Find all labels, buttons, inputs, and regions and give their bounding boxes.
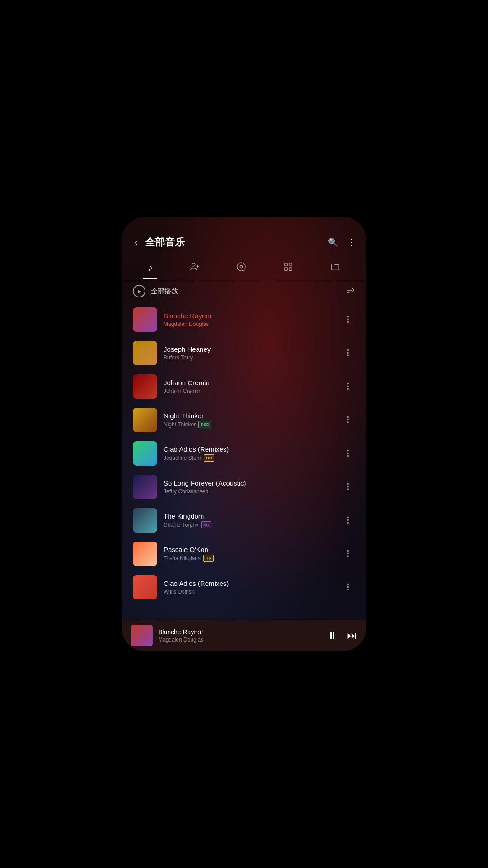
more-button[interactable]: ••• xyxy=(341,414,355,426)
list-item[interactable]: Johann Cremin Johann Cremin ••• xyxy=(122,370,366,403)
tab-artists[interactable] xyxy=(184,258,205,279)
header-icons: 🔍 ⋮ xyxy=(328,237,355,247)
song-thumbnail xyxy=(133,408,157,432)
song-title: Ciao Adios (Remixes) xyxy=(164,580,334,587)
song-artist-row: Willis Osinski xyxy=(164,589,334,595)
song-title: So Long Forever (Acoustic) xyxy=(164,479,334,487)
song-artist-row: Night Thinker DSD xyxy=(164,421,334,429)
song-title: Blanche Raynor xyxy=(164,312,334,320)
now-playing-info: Blanche Raynor Magdalen Douglas xyxy=(158,628,322,643)
song-artist: Willis Osinski xyxy=(164,589,196,595)
song-info: So Long Forever (Acoustic) Jeffry Christ… xyxy=(164,479,334,495)
song-title: Night Thinker xyxy=(164,412,334,420)
svg-point-1 xyxy=(237,263,245,271)
svg-rect-3 xyxy=(285,263,287,266)
tab-albums[interactable] xyxy=(231,258,252,279)
song-artist-row: Magdalen Douglas xyxy=(164,321,334,327)
song-artist-row: Charlie Torphy SQ xyxy=(164,521,334,529)
sort-icon[interactable] xyxy=(346,286,355,297)
song-artist-row: Jeffry Christiansen xyxy=(164,488,334,495)
playback-controls: ⏸ ⏭ xyxy=(327,629,357,642)
song-thumbnail xyxy=(133,341,157,365)
song-list: Blanche Raynor Magdalen Douglas ••• Jose… xyxy=(122,303,366,620)
song-title: Joseph Heaney xyxy=(164,345,334,353)
pause-button[interactable]: ⏸ xyxy=(327,629,338,642)
song-thumbnail xyxy=(133,508,157,533)
svg-rect-4 xyxy=(289,263,292,266)
song-thumbnail xyxy=(133,475,157,499)
phone-container: ‹ 全部音乐 🔍 ⋮ ♪ xyxy=(122,217,366,651)
svg-rect-6 xyxy=(289,268,292,270)
list-item[interactable]: Blanche Raynor Magdalen Douglas ••• xyxy=(122,303,366,336)
now-playing-artist: Magdalen Douglas xyxy=(158,637,322,643)
svg-point-2 xyxy=(240,265,243,268)
song-info: Blanche Raynor Magdalen Douglas xyxy=(164,312,334,327)
more-button[interactable]: ••• xyxy=(341,548,355,560)
more-icon[interactable]: ⋮ xyxy=(347,237,355,247)
now-playing-bar[interactable]: Blanche Raynor Magdalen Douglas ⏸ ⏭ xyxy=(122,620,366,651)
nav-tabs: ♪ xyxy=(122,255,366,279)
song-thumbnail xyxy=(133,374,157,399)
song-thumbnail xyxy=(133,307,157,332)
more-button[interactable]: ••• xyxy=(341,314,355,326)
list-item[interactable]: Ciao Adios (Remixes) Jaqueline Stehr HR … xyxy=(122,437,366,470)
song-thumbnail xyxy=(133,575,157,599)
play-all-button[interactable] xyxy=(133,285,145,297)
song-artist-row: Jaqueline Stehr HR xyxy=(164,454,334,462)
more-button[interactable]: ••• xyxy=(341,481,355,493)
now-playing-title: Blanche Raynor xyxy=(158,628,322,636)
more-button[interactable]: ••• xyxy=(341,448,355,459)
song-title: Ciao Adios (Remixes) xyxy=(164,445,334,453)
list-item[interactable]: So Long Forever (Acoustic) Jeffry Christ… xyxy=(122,470,366,504)
song-info: Ciao Adios (Remixes) Jaqueline Stehr HR xyxy=(164,445,334,462)
search-icon[interactable]: 🔍 xyxy=(328,237,338,247)
next-button[interactable]: ⏭ xyxy=(347,630,357,642)
song-artist: Night Thinker xyxy=(164,421,196,428)
song-artist: Jeffry Christiansen xyxy=(164,488,208,495)
song-artist: Charlie Torphy xyxy=(164,522,198,528)
list-item[interactable]: Night Thinker Night Thinker DSD ••• xyxy=(122,403,366,437)
list-item[interactable]: The Kingdom Charlie Torphy SQ ••• xyxy=(122,504,366,537)
song-artist-row: Buford Terry xyxy=(164,354,334,361)
back-button[interactable]: ‹ xyxy=(133,235,140,249)
tab-songs[interactable]: ♪ xyxy=(142,258,158,279)
page-title: 全部音乐 xyxy=(145,236,323,249)
music-icon: ♪ xyxy=(148,262,153,274)
quality-badge-sq: SQ xyxy=(201,521,211,529)
song-artist: Buford Terry xyxy=(164,354,193,361)
song-artist: Magdalen Douglas xyxy=(164,321,209,327)
song-info: Johann Cremin Johann Cremin xyxy=(164,379,334,394)
list-item[interactable]: Joseph Heaney Buford Terry ••• xyxy=(122,336,366,370)
phone-content: ‹ 全部音乐 🔍 ⋮ ♪ xyxy=(122,217,366,651)
albums-icon xyxy=(236,262,246,274)
quality-badge-hr: HR xyxy=(203,555,214,562)
quality-badge-dsd: DSD xyxy=(198,421,211,429)
song-title: Johann Cremin xyxy=(164,379,334,387)
more-button[interactable]: ••• xyxy=(341,347,355,359)
svg-rect-5 xyxy=(285,268,287,270)
play-all-bar: 全部播放 xyxy=(122,279,366,303)
list-item[interactable]: Pascale O'Kon Elisha Nikolaus HR ••• xyxy=(122,537,366,571)
more-button[interactable]: ••• xyxy=(341,514,355,526)
more-button[interactable]: ••• xyxy=(341,581,355,593)
song-info: The Kingdom Charlie Torphy SQ xyxy=(164,512,334,529)
playlists-icon xyxy=(283,262,293,274)
folders-icon xyxy=(330,262,340,274)
song-info: Ciao Adios (Remixes) Willis Osinski xyxy=(164,580,334,595)
list-item[interactable]: Ciao Adios (Remixes) Willis Osinski ••• xyxy=(122,571,366,604)
song-artist-row: Johann Cremin xyxy=(164,388,334,394)
thumb-image xyxy=(133,307,157,332)
tab-folders[interactable] xyxy=(325,258,346,279)
more-button[interactable]: ••• xyxy=(341,381,355,392)
play-all-label: 全部播放 xyxy=(151,287,341,296)
song-artist: Elisha Nikolaus xyxy=(164,555,201,561)
song-info: Night Thinker Night Thinker DSD xyxy=(164,412,334,429)
song-info: Joseph Heaney Buford Terry xyxy=(164,345,334,361)
song-artist: Johann Cremin xyxy=(164,388,200,394)
song-info: Pascale O'Kon Elisha Nikolaus HR xyxy=(164,546,334,562)
svg-point-0 xyxy=(192,263,195,266)
tab-playlists[interactable] xyxy=(278,258,299,279)
header: ‹ 全部音乐 🔍 ⋮ xyxy=(122,217,366,255)
song-artist-row: Elisha Nikolaus HR xyxy=(164,555,334,562)
song-thumbnail xyxy=(133,441,157,466)
